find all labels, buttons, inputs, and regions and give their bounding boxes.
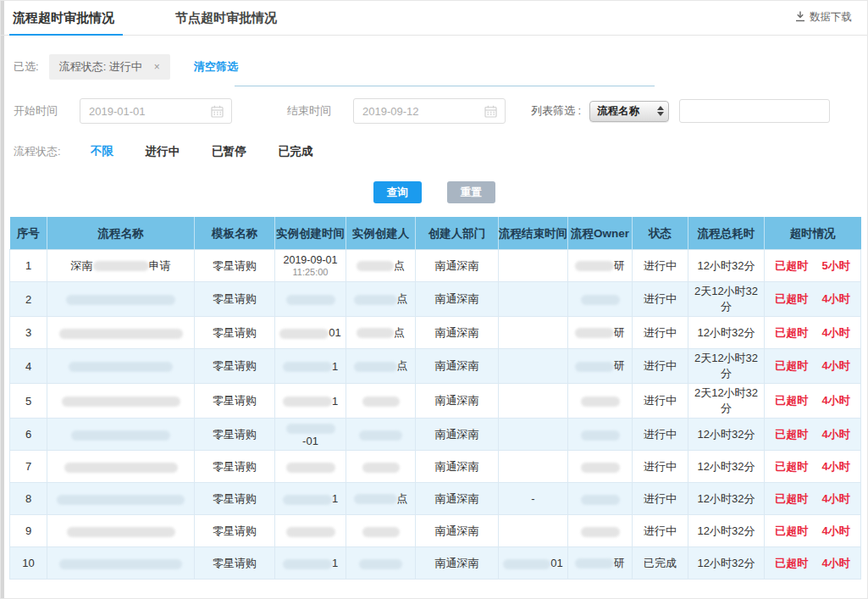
- status-option-2[interactable]: 已暂停: [212, 144, 246, 159]
- cell-seq: 2: [10, 282, 47, 317]
- timeout-over-amount: 4小时: [822, 393, 850, 408]
- cell-process-name: 深南申请: [47, 250, 195, 282]
- end-date-field[interactable]: [353, 98, 506, 124]
- col-header-10: 超时情况: [765, 218, 861, 250]
- results-table-wrap: 序号流程名称模板名称实例创建时间实例创建人创建人部门流程结束时间流程Owner状…: [9, 217, 859, 580]
- redacted-block: [93, 261, 149, 271]
- redacted-block: [575, 328, 614, 338]
- cell-process-name: [47, 451, 195, 483]
- filter-tag-process-status[interactable]: 流程状态: 进行中 ×: [49, 54, 170, 80]
- visible-fragment: 01: [550, 557, 562, 569]
- table-row: 10零星请购1南通深南01研已完成12小时32分已超时4小时: [10, 547, 861, 580]
- status-option-1[interactable]: 进行中: [146, 144, 180, 159]
- cell-end-time: [499, 250, 568, 282]
- redacted-block: [57, 495, 185, 505]
- cell-created-time: [275, 515, 346, 547]
- cell-created-time: -01: [275, 419, 346, 451]
- status-option-3[interactable]: 已完成: [279, 144, 313, 159]
- timeout-over-amount: 4小时: [822, 556, 850, 571]
- cell-creator-dept: 南通深南: [416, 451, 499, 483]
- tab-process-timeout[interactable]: 流程超时审批情况: [13, 1, 114, 35]
- cell-creator: [346, 451, 416, 483]
- tab-label: 节点超时审批情况: [175, 10, 277, 26]
- redacted-block: [67, 527, 175, 537]
- cell-total-duration: 12小时32分: [688, 250, 765, 282]
- cell-process-owner: 研: [568, 547, 633, 580]
- list-filter-input[interactable]: [679, 99, 830, 123]
- table-row: 8零星请购1点南通深南-进行中12小时32分已超时4小时: [10, 483, 861, 515]
- redacted-block: [283, 495, 332, 505]
- cell-status: 进行中: [633, 282, 688, 317]
- cell-creator-dept: 南通深南: [416, 317, 499, 349]
- calendar-icon[interactable]: [211, 105, 224, 121]
- cell-end-time: [499, 419, 568, 451]
- cell-status: 进行中: [633, 317, 688, 349]
- col-header-9: 流程总耗时: [688, 218, 765, 250]
- filter-tag-close-icon[interactable]: ×: [154, 61, 160, 73]
- table-row: 5零星请购1南通深南进行中2天12小时32分已超时4小时: [10, 384, 861, 419]
- visible-fragment: 研: [614, 326, 625, 339]
- list-filter-select[interactable]: 流程名称: [589, 101, 669, 122]
- data-download-link[interactable]: 数据下载: [795, 10, 852, 25]
- cell-created-time: 1: [275, 349, 346, 384]
- cell-template-name: 零星请购: [195, 317, 275, 349]
- table-row: 7零星请购南通深南进行中12小时32分已超时4小时: [10, 451, 861, 483]
- timeout-status: 已超时: [775, 291, 808, 307]
- cell-seq: 6: [10, 419, 47, 451]
- visible-fragment: 1: [332, 557, 338, 569]
- redacted-block: [354, 362, 397, 372]
- redacted-block: [362, 527, 400, 537]
- table-row: 2零星请购点南通深南进行中2天12小时32分已超时4小时: [10, 282, 861, 317]
- redacted-block: [354, 295, 397, 305]
- cell-process-owner: 研: [568, 250, 633, 282]
- cell-process-name: [47, 349, 195, 384]
- redacted-block: [575, 362, 614, 372]
- cell-end-time: [499, 515, 568, 547]
- window-edge: [1, 1, 4, 598]
- app-window: 流程超时审批情况 节点超时审批情况 数据下载 已选: 流程状态: 进行中 × 清…: [0, 0, 868, 599]
- end-date-input[interactable]: [362, 105, 473, 118]
- search-button[interactable]: 查询: [373, 181, 422, 203]
- select-value: 流程名称: [597, 104, 639, 119]
- download-label: 数据下载: [810, 10, 852, 25]
- cell-total-duration: 2天12小时32分: [688, 349, 765, 384]
- cell-creator-dept: 南通深南: [416, 483, 499, 515]
- tab-bar: 流程超时审批情况 节点超时审批情况 数据下载: [1, 1, 867, 36]
- reset-button[interactable]: 重置: [447, 181, 495, 203]
- status-option-0[interactable]: 不限: [91, 144, 113, 159]
- cell-created-time: [275, 451, 346, 483]
- tab-node-timeout[interactable]: 节点超时审批情况: [175, 1, 277, 35]
- redacted-block: [286, 527, 335, 537]
- redacted-block: [581, 397, 620, 407]
- start-date-field[interactable]: [80, 98, 232, 124]
- cell-seq: 8: [10, 483, 47, 515]
- timeout-over-amount: 4小时: [822, 427, 850, 442]
- redacted-block: [362, 397, 400, 407]
- redacted-block: [286, 463, 335, 473]
- action-buttons: 查询 重置: [1, 181, 867, 203]
- timeout-over-amount: 5小时: [822, 258, 850, 274]
- timeout-status: 已超时: [775, 358, 808, 374]
- clear-filters-link[interactable]: 清空筛选: [194, 59, 238, 75]
- cell-created-time: 1: [275, 384, 346, 419]
- cell-process-name: [47, 317, 195, 349]
- cell-process-name: [47, 547, 195, 580]
- cell-seq: 5: [10, 384, 47, 419]
- cell-status: 进行中: [633, 483, 688, 515]
- start-date-input[interactable]: [89, 105, 199, 118]
- cell-creator-dept: 南通深南: [416, 547, 499, 580]
- calendar-icon[interactable]: [484, 105, 497, 121]
- cell-status: 进行中: [633, 384, 688, 419]
- redacted-block: [283, 397, 332, 407]
- table-row: 3零星请购01点南通深南研进行中12小时32分已超时4小时: [10, 317, 861, 349]
- redacted-block: [581, 430, 620, 441]
- cell-template-name: 零星请购: [195, 515, 275, 547]
- redacted-block: [362, 463, 400, 473]
- visible-fragment: 1: [332, 360, 338, 373]
- cell-process-owner: [568, 451, 633, 483]
- cell-creator: [346, 419, 416, 451]
- start-time-label: 开始时间: [14, 103, 58, 119]
- cell-template-name: 零星请购: [195, 451, 275, 483]
- cell-end-time: [499, 317, 568, 349]
- col-header-1: 流程名称: [47, 218, 195, 250]
